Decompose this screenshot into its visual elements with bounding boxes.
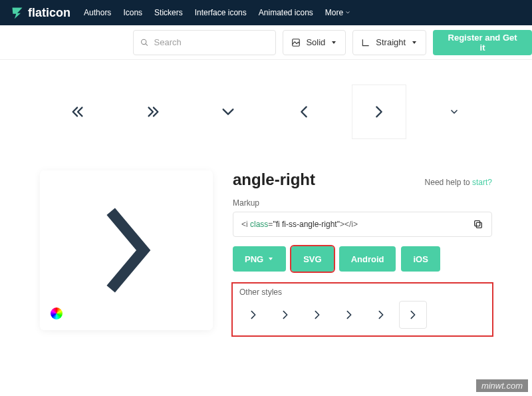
icon-title: angle-right	[233, 170, 315, 189]
variant-angle-right-selected[interactable]	[352, 85, 406, 138]
style-2[interactable]	[271, 301, 299, 329]
style-5[interactable]	[367, 301, 395, 329]
nav-interface[interactable]: Interface icons	[195, 8, 247, 17]
svg-rect-3	[475, 221, 480, 226]
search-bar: Solid Straight Register and Get it	[0, 25, 532, 60]
nav-authors[interactable]: Authors	[84, 8, 111, 17]
style-1[interactable]	[239, 301, 267, 329]
search-input[interactable]	[154, 37, 269, 47]
other-label: Other styles	[239, 288, 485, 297]
other-styles: Other styles	[233, 284, 492, 335]
nav-more[interactable]: More	[325, 8, 350, 17]
nav-animated[interactable]: Animated icons	[259, 8, 313, 17]
icon-detail: angle-right Need help to start? Markup <…	[0, 157, 532, 349]
png-button[interactable]: PNG	[233, 246, 286, 272]
icon-variants-row	[0, 60, 532, 157]
watermark: minwt.com	[476, 379, 528, 392]
svg-button[interactable]: SVG	[291, 246, 333, 272]
markup-label: Markup	[233, 198, 492, 208]
brand-text: flaticon	[28, 6, 70, 20]
icon-preview	[40, 170, 213, 330]
top-nav: flaticon Authors Icons Stickers Interfac…	[0, 0, 532, 25]
svg-rect-2	[476, 222, 481, 228]
help-text: Need help to start?	[425, 178, 492, 187]
logo[interactable]: flaticon	[11, 6, 70, 20]
ruler-icon	[361, 38, 370, 47]
android-button[interactable]: Android	[339, 246, 396, 272]
search-box[interactable]	[133, 30, 276, 55]
variant-angles-left[interactable]	[51, 85, 104, 138]
color-picker-icon[interactable]	[51, 307, 63, 319]
register-button[interactable]: Register and Get it	[433, 30, 532, 55]
styles-row	[239, 301, 485, 329]
variant-angle-small-down[interactable]	[428, 85, 481, 138]
filter-line[interactable]: Straight	[352, 30, 426, 55]
nav-icons[interactable]: Icons	[123, 8, 142, 17]
nav-links: Authors Icons Stickers Interface icons A…	[84, 8, 350, 17]
help-link[interactable]: start?	[472, 178, 492, 187]
markup-box: <i class="fi fi-ss-angle-right"></i>	[233, 212, 492, 237]
nav-stickers[interactable]: Stickers	[154, 8, 183, 17]
caret-down-icon	[331, 39, 337, 46]
copy-icon[interactable]	[473, 219, 483, 230]
search-icon	[140, 38, 149, 47]
variant-angle-down[interactable]	[201, 85, 255, 138]
variant-angle-left[interactable]	[277, 85, 331, 138]
style-4[interactable]	[335, 301, 363, 329]
ios-button[interactable]: iOS	[401, 246, 440, 272]
caret-down-icon	[411, 39, 418, 46]
markup-code: <i class="fi fi-ss-angle-right"></i>	[241, 220, 358, 229]
filter-style[interactable]: Solid	[283, 30, 346, 55]
icon-meta: angle-right Need help to start? Markup <…	[233, 170, 492, 335]
style-3[interactable]	[303, 301, 331, 329]
logo-icon	[11, 6, 24, 19]
image-icon	[291, 38, 301, 47]
svg-point-0	[142, 39, 146, 44]
style-6[interactable]	[399, 301, 427, 329]
caret-down-icon	[267, 256, 274, 262]
variant-angles-right[interactable]	[126, 85, 180, 138]
chevron-down-icon	[345, 10, 350, 15]
download-buttons: PNG SVG Android iOS	[233, 246, 492, 272]
angle-right-icon	[86, 204, 166, 297]
